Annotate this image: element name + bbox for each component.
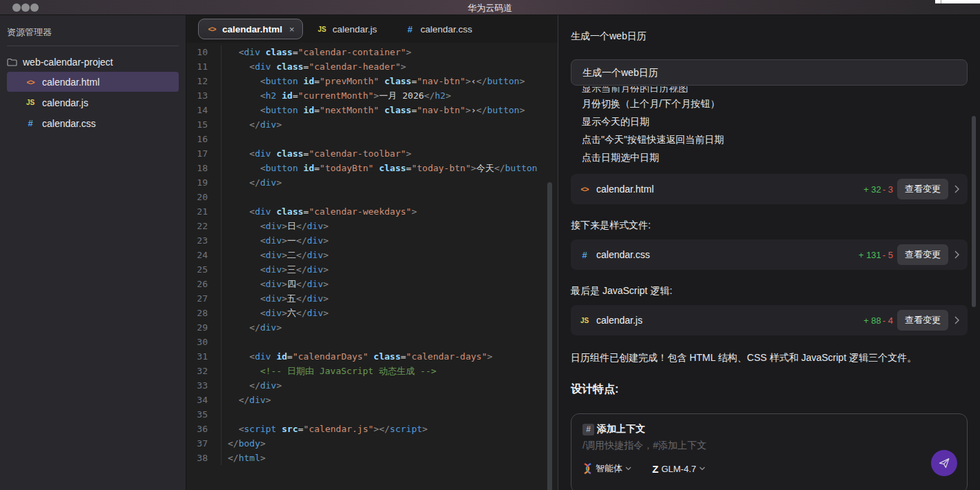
code-line: 21 <div class="calendar-weekdays"> xyxy=(186,204,558,219)
file-card-calendar-html[interactable]: <>calendar.html+ 32- 3查看变更 xyxy=(571,174,968,204)
css-intro-text: 接下来是样式文件: xyxy=(571,219,968,232)
line-number: 14 xyxy=(186,103,208,117)
line-number: 21 xyxy=(186,204,208,219)
code-line: 15 </div> xyxy=(186,117,558,132)
code-line: 38</html> xyxy=(186,451,558,465)
file-tree: <>calendar.htmlJScalendar.js#calendar.cs… xyxy=(0,72,186,133)
context-chip[interactable]: # 添加上下文 xyxy=(582,423,956,435)
model-selector[interactable]: Z GLM-4.7 xyxy=(652,463,705,475)
tab-calendar-js[interactable]: JScalendar.js xyxy=(303,24,391,35)
chevron-right-icon[interactable] xyxy=(954,251,959,259)
chat-scrollbar[interactable] xyxy=(972,116,976,307)
tab-calendar-html[interactable]: <>calendar.html× xyxy=(198,19,303,39)
view-changes-button[interactable]: 查看变更 xyxy=(897,244,948,265)
feature-list: 月份切换（上个月/下个月按钮）显示今天的日期点击"今天"按钮快速返回当前日期点击… xyxy=(582,95,968,166)
clipped-feature-line: 显示当前月份的日历视图 xyxy=(582,86,968,92)
feature-line: 点击"今天"按钮快速返回当前日期 xyxy=(582,130,968,148)
code-line: 10 <div class="calendar-container"> xyxy=(186,45,558,59)
title-bar: 华为云码道 xyxy=(0,0,980,15)
chevron-right-icon[interactable] xyxy=(954,185,959,193)
chevron-down-icon xyxy=(625,467,631,471)
line-number: 16 xyxy=(186,132,208,146)
send-button[interactable] xyxy=(931,450,957,476)
user-message-text: 生成一个web日历 xyxy=(582,67,658,78)
model-label: GLM-4.7 xyxy=(661,464,696,474)
line-number: 20 xyxy=(186,190,208,204)
tab-label: calendar.html xyxy=(222,24,282,35)
ai-assistant-panel: 生成一个web日历 生成一个web日历 显示当前月份的日历视图 月份切换（上个月… xyxy=(558,15,980,490)
code-editor[interactable]: 10 <div class="calendar-container">11 <d… xyxy=(186,43,558,490)
paper-plane-icon xyxy=(937,456,951,470)
feature-line: 月份切换（上个月/下个月按钮） xyxy=(582,95,968,112)
line-number: 22 xyxy=(186,219,208,233)
css-file-icon: # xyxy=(404,24,415,35)
line-number: 13 xyxy=(186,88,208,103)
code-line: 24 <div>二</div> xyxy=(186,248,558,262)
line-number: 31 xyxy=(186,349,208,364)
chat-input[interactable]: # 添加上下文 /调用快捷指令，#添加上下文 xyxy=(571,413,968,490)
css-file-icon: # xyxy=(579,250,590,260)
js-file-icon: JS xyxy=(25,99,36,106)
folder-web-calendar-project[interactable]: web-calendar-project xyxy=(0,52,186,71)
line-number: 24 xyxy=(186,248,208,262)
lines-removed: - 4 xyxy=(883,315,893,326)
code-line: 19 </div> xyxy=(186,175,558,190)
view-changes-button[interactable]: 查看变更 xyxy=(897,310,948,331)
file-card-calendar-js[interactable]: JScalendar.js+ 88- 4查看变更 xyxy=(571,305,968,335)
code-line: 28 <div>六</div> xyxy=(186,306,558,320)
code-editor-pane: <>calendar.html×JScalendar.js#calendar.c… xyxy=(186,15,558,490)
js-intro-text: 最后是 JavaScript 逻辑: xyxy=(571,285,968,297)
code-lines: 10 <div class="calendar-container">11 <d… xyxy=(186,45,558,465)
code-line: 36 <script src="calendar.js"></script> xyxy=(186,422,558,436)
code-line: 14 <button id="nextMonth" class="nav-btn… xyxy=(186,103,558,117)
agent-label: 智能体 xyxy=(596,462,623,475)
code-line: 33 </div> xyxy=(186,378,558,393)
input-placeholder: /调用快捷指令，#添加上下文 xyxy=(582,440,956,452)
tab-calendar-css[interactable]: #calendar.css xyxy=(391,24,486,35)
conversation-title: 生成一个web日历 xyxy=(571,30,968,43)
app-window: 华为云码道 资源管理器 web-calendar-project <>calen… xyxy=(0,0,980,490)
code-line: 18 <button id="todayBtn" class="today-bt… xyxy=(186,161,558,175)
line-number: 25 xyxy=(186,262,208,277)
js-file-icon: JS xyxy=(317,26,328,33)
code-line: 20 xyxy=(186,190,558,204)
line-number: 32 xyxy=(186,364,208,378)
lines-added: + 32 xyxy=(863,184,881,195)
line-number: 26 xyxy=(186,277,208,291)
file-name: calendar.css xyxy=(42,118,96,129)
folder-icon xyxy=(7,58,17,66)
close-icon[interactable]: × xyxy=(289,24,295,35)
sidebar-item-calendar-js[interactable]: JScalendar.js xyxy=(7,92,179,112)
code-line: 29 </div> xyxy=(186,320,558,335)
tab-bar: <>calendar.html×JScalendar.js#calendar.c… xyxy=(186,15,558,43)
hash-icon[interactable]: # xyxy=(582,424,594,435)
agent-selector[interactable]: 智能体 xyxy=(582,462,631,475)
code-line: 25 <div>三</div> xyxy=(186,262,558,277)
lines-removed: - 3 xyxy=(883,184,893,195)
tab-label: calendar.js xyxy=(333,24,378,35)
file-name: calendar.html xyxy=(42,77,99,88)
add-context-label: 添加上下文 xyxy=(597,423,645,435)
code-line: 17 <div class="calendar-toolbar"> xyxy=(186,146,558,161)
code-line: 30 xyxy=(186,335,558,349)
html-file-icon: <> xyxy=(25,78,36,86)
line-number: 17 xyxy=(186,146,208,161)
chevron-right-icon[interactable] xyxy=(954,316,959,324)
line-number: 18 xyxy=(186,161,208,175)
file-card-calendar-css[interactable]: #calendar.css+ 131- 5查看变更 xyxy=(571,239,968,270)
lines-removed: - 5 xyxy=(883,250,893,260)
view-changes-button[interactable]: 查看变更 xyxy=(897,179,948,199)
lines-added: + 88 xyxy=(863,315,881,326)
sidebar-item-calendar-html[interactable]: <>calendar.html xyxy=(7,72,179,92)
line-number: 27 xyxy=(186,291,208,306)
line-number: 38 xyxy=(186,451,208,465)
editor-vertical-scrollbar[interactable] xyxy=(547,182,552,490)
code-line: 23 <div>一</div> xyxy=(186,233,558,248)
input-controls: 智能体 Z GLM-4.7 xyxy=(582,462,956,475)
html-file-icon: <> xyxy=(206,25,217,33)
sidebar-item-calendar-css[interactable]: #calendar.css xyxy=(7,113,179,133)
code-line: 13 <h2 id="currentMonth">一月 2026</h2> xyxy=(186,88,558,103)
code-line: 11 <div class="calendar-header"> xyxy=(186,59,558,74)
lines-added: + 131 xyxy=(859,250,881,260)
changed-file-name: calendar.css xyxy=(596,249,859,260)
